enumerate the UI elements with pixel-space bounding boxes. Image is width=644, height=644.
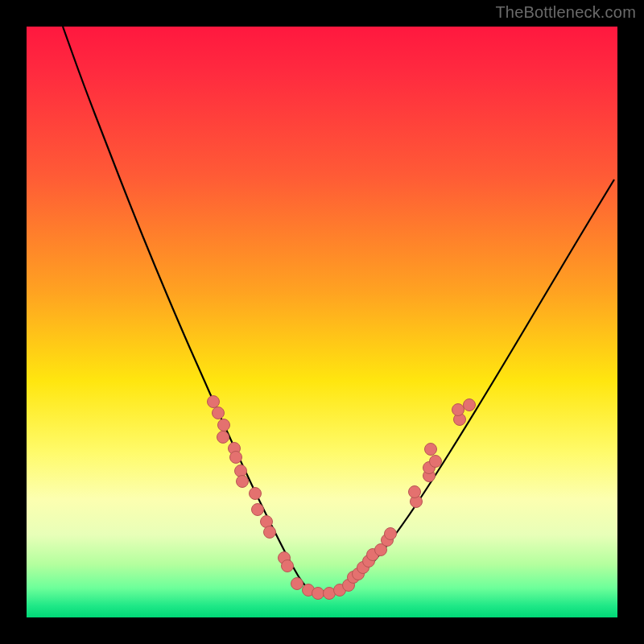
data-dots <box>208 396 476 600</box>
data-dot <box>217 431 229 444</box>
data-dot <box>218 419 230 431</box>
data-dot <box>312 588 324 600</box>
data-dot <box>464 399 476 411</box>
bottleneck-curve <box>63 27 614 593</box>
watermark-text: TheBottleneck.com <box>495 3 636 22</box>
data-dot <box>250 488 262 500</box>
data-dot <box>409 486 421 498</box>
data-dot <box>425 444 437 456</box>
data-dot <box>252 504 264 516</box>
data-dot <box>213 407 225 419</box>
data-dot <box>282 560 294 572</box>
chart-stage: TheBottleneck.com <box>0 0 644 644</box>
data-dot <box>264 526 276 539</box>
data-dot <box>208 396 220 408</box>
data-dot <box>230 452 242 464</box>
plot-area <box>27 27 617 617</box>
data-dot <box>291 578 303 590</box>
data-dot <box>452 404 464 416</box>
curve-layer <box>27 27 617 617</box>
data-dot <box>235 465 247 477</box>
data-dot <box>430 456 442 468</box>
data-dot <box>385 528 397 540</box>
data-dot <box>237 476 249 488</box>
